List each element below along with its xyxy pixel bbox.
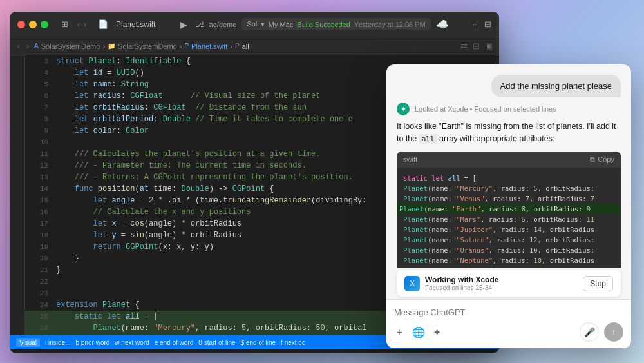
breadcrumb-sep-2: › xyxy=(180,43,182,50)
working-banner: X Working with Xcode Focused on lines 25… xyxy=(397,270,621,297)
breadcrumb-sep-3: › xyxy=(230,43,232,50)
assistant-intro: It looks like "Earth" is missing from th… xyxy=(397,121,621,145)
breadcrumb-item-3[interactable]: P xyxy=(184,43,189,50)
toolbar-right: ＋ ⊟ xyxy=(471,19,491,30)
copy-icon: ⧉ xyxy=(590,155,595,164)
working-left: X Working with Xcode Focused on lines 25… xyxy=(404,275,498,291)
shortcut-inside: i inside... xyxy=(45,339,70,346)
globe-button[interactable]: 🌐 xyxy=(412,326,425,338)
xcode-app-icon: X xyxy=(404,276,420,291)
sidebar-toggle-icon[interactable]: ⊞ xyxy=(59,18,71,30)
sparkle-button[interactable]: ✦ xyxy=(433,326,441,338)
user-message-bubble: Add the missing planet please xyxy=(491,75,621,97)
code-lang-label: swift xyxy=(403,155,417,163)
chat-code-block: swift ⧉ Copy static let all = [ Planet(n… xyxy=(397,152,621,268)
breadcrumb-label-4[interactable]: all xyxy=(242,43,249,50)
chat-code-header: swift ⧉ Copy xyxy=(397,152,621,168)
title-center: ▶ ⎇ ae/demo Soli ▾ My Mac Build Succeede… xyxy=(160,18,466,30)
chat-input[interactable] xyxy=(394,308,623,317)
working-sub: Focused on lines 25-34 xyxy=(425,284,498,291)
close-button[interactable] xyxy=(17,21,25,28)
secondary-toolbar-right: ⇄ ⊟ ▣ xyxy=(460,41,493,51)
chat-toolbar-right: 🎤 ↑ xyxy=(580,322,623,342)
shortcut-eol: $ end of line xyxy=(241,339,276,346)
scheme-label: Soli ▾ xyxy=(247,20,264,28)
shortcut-next: w next word xyxy=(115,339,149,346)
diff-icon[interactable]: ⇄ xyxy=(460,41,468,51)
shortcut-end: e end of word xyxy=(155,339,194,346)
chat-code-line-2: Planet(name: "Mercury", radius: 5, orbit… xyxy=(403,183,614,193)
layout2-icon[interactable]: ⊟ xyxy=(473,41,480,51)
minimize-button[interactable] xyxy=(29,21,37,28)
breadcrumb-item-4[interactable]: P xyxy=(235,43,240,50)
fwd-icon[interactable]: › xyxy=(25,42,30,51)
chat-input-area: ＋ 🌐 ✦ 🎤 ↑ xyxy=(386,299,631,348)
chat-code-line-5: Planet(name: "Jupiter", radius: 14, orbi… xyxy=(403,224,614,235)
gpt-icon: ✦ xyxy=(397,103,410,115)
build-status: Soli ▾ My Mac Build Succeeded Yesterday … xyxy=(242,18,430,30)
build-time-label: Yesterday at 12:08 PM xyxy=(354,21,426,28)
shortcut-start: 0 start of line xyxy=(198,339,235,346)
chat-code-line-3: Planet(name: "Venus", radius: 7, orbitRa… xyxy=(403,193,614,204)
chat-code-line-7: Planet(name: "Uranus", radius: 10, orbit… xyxy=(403,245,614,255)
shortcut-find: f next oc xyxy=(281,339,305,346)
build-success-label: Build Succeeded xyxy=(297,21,350,28)
breadcrumb-item-1[interactable]: A xyxy=(34,43,39,50)
layout-icon[interactable]: ⊟ xyxy=(484,19,491,29)
breadcrumb: A SolarSystemDemo › 📁 SolarSystemDemo › … xyxy=(34,43,249,50)
breadcrumb-label-2: SolarSystemDemo xyxy=(118,43,177,50)
panel-icon[interactable]: ▣ xyxy=(485,41,493,51)
breadcrumb-label-1: SolarSystemDemo xyxy=(41,43,100,50)
cloud-icon: ☁️ xyxy=(436,18,449,30)
branch-label: ae/demo xyxy=(209,21,237,28)
copy-button[interactable]: ⧉ Copy xyxy=(590,155,614,164)
secondary-toolbar: ‹ › A SolarSystemDemo › 📁 SolarSystemDem… xyxy=(10,37,499,55)
chat-code-line-close: ] xyxy=(403,266,614,268)
stop-button[interactable]: Stop xyxy=(583,276,613,291)
breadcrumb-item-2[interactable]: 📁 xyxy=(108,43,115,50)
back-icon[interactable]: ‹ xyxy=(16,42,21,51)
chat-code-line-earth: Planet(name: "Earth", radius: 8, orbitRa… xyxy=(397,204,621,214)
chat-code-body: static let all = [ Planet(name: "Mercury… xyxy=(397,168,621,268)
device-label: My Mac xyxy=(269,21,294,28)
user-message-area: Add the missing planet please xyxy=(386,64,631,103)
chat-code-line-1: static let all = [ xyxy=(403,173,614,183)
traffic-lights xyxy=(17,21,48,28)
title-bar: ⊞ ‹ › 📄 Planet.swift ▶ ⎇ ae/demo Soli ▾ … xyxy=(10,12,499,37)
assistant-intro2: array with appropriate attributes: xyxy=(437,134,555,143)
assistant-area: ✦ Looked at Xcode • Focused on selected … xyxy=(386,103,631,268)
breadcrumb-label-3[interactable]: Planet.swift xyxy=(191,43,227,50)
working-info: Working with Xcode Focused on lines 25-3… xyxy=(425,275,498,291)
file-icon: 📄 xyxy=(95,18,111,30)
maximize-button[interactable] xyxy=(41,21,48,28)
assistant-header: ✦ Looked at Xcode • Focused on selected … xyxy=(397,103,621,115)
shortcut-prior: b prior word xyxy=(76,339,110,346)
chat-toolbar-left: ＋ 🌐 ✦ xyxy=(394,326,441,339)
git-icon: ⎇ xyxy=(195,20,204,29)
nav-arrows: ‹ › xyxy=(76,20,88,29)
chat-code-line-8: Planet(name: "Neptune", radius: 10, orbi… xyxy=(403,255,614,266)
user-message-text: Add the missing planet please xyxy=(500,81,612,91)
forward-arrow-icon[interactable]: › xyxy=(82,20,88,29)
chat-panel: Add the missing planet please ✦ Looked a… xyxy=(386,64,631,348)
chat-toolbar: ＋ 🌐 ✦ 🎤 ↑ xyxy=(394,322,623,342)
play-button[interactable]: ▶ xyxy=(180,19,187,30)
add-attachment-button[interactable]: ＋ xyxy=(394,326,404,339)
assistant-meta: Looked at Xcode • Focused on selected li… xyxy=(415,105,556,113)
copy-label: Copy xyxy=(598,155,614,163)
file-tab-label[interactable]: Planet.swift xyxy=(116,20,155,29)
mic-button[interactable]: 🎤 xyxy=(580,322,599,342)
chat-code-line-4: Planet(name: "Mars", radius: 6, orbitRad… xyxy=(403,214,614,224)
add-icon[interactable]: ＋ xyxy=(471,19,479,30)
mode-tag: Visual xyxy=(16,338,40,347)
chat-code-line-6: Planet(name: "Saturn", radius: 12, orbit… xyxy=(403,235,614,245)
working-title: Working with Xcode xyxy=(425,275,498,284)
code-ref-all: all xyxy=(419,134,437,144)
send-button[interactable]: ↑ xyxy=(604,322,623,342)
back-arrow-icon[interactable]: ‹ xyxy=(76,20,81,29)
left-gutter xyxy=(10,55,25,335)
breadcrumb-sep-1: › xyxy=(102,43,105,50)
